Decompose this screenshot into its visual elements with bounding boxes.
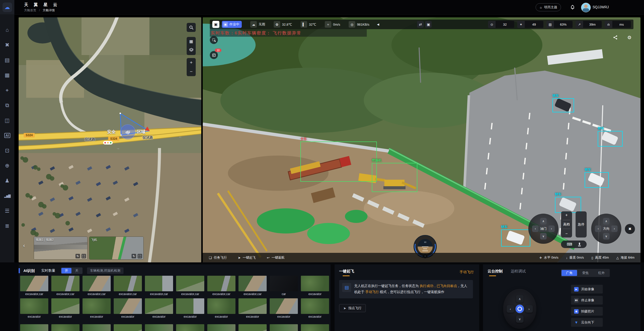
thumbnail-image[interactable] bbox=[114, 298, 142, 314]
toggle-on-label[interactable]: 开 bbox=[61, 268, 71, 273]
detection-thumbnail[interactable]: excavator,car bbox=[206, 276, 237, 296]
thumbnail-image[interactable] bbox=[83, 298, 111, 314]
detection-thumbnail[interactable]: excavator bbox=[237, 298, 268, 319]
waypoint-flight-button[interactable]: ➤ 指点飞行 bbox=[339, 304, 366, 312]
sidebar-item-flight-route[interactable]: ⌖ bbox=[0, 83, 14, 98]
sidebar-item-dock[interactable]: ▤ bbox=[0, 53, 14, 68]
gimbal-right-button[interactable]: › bbox=[525, 305, 533, 313]
sidebar-item-media-files[interactable]: ⊡ bbox=[0, 143, 14, 158]
thumbnail-image[interactable] bbox=[83, 276, 111, 291]
detection-thumbnail[interactable]: excavator,car bbox=[81, 276, 112, 296]
detection-thumbnail[interactable]: excavator bbox=[268, 298, 299, 319]
mission-flight-button[interactable]: ❏任务飞行 bbox=[209, 255, 227, 260]
gimbal-down-button[interactable]: ▼云台向下 bbox=[571, 318, 603, 327]
tab-remote-debug[interactable]: 远程调试 bbox=[511, 269, 526, 274]
thumbnail-image[interactable] bbox=[301, 324, 329, 331]
dock-mode-icon[interactable]: ▣ bbox=[212, 21, 219, 28]
thumbnail-image[interactable] bbox=[20, 324, 48, 331]
inset-refresh-icon[interactable]: ↻ bbox=[132, 254, 136, 258]
detection-thumbnail[interactable]: excavator bbox=[112, 298, 143, 319]
detection-thumbnail[interactable]: excavator,car bbox=[50, 276, 81, 296]
thumbnail-image[interactable] bbox=[301, 298, 329, 314]
detection-thumbnail[interactable] bbox=[112, 324, 143, 331]
one-key-takeoff-button[interactable]: ➤一键起飞 bbox=[238, 255, 256, 260]
inset-refresh-icon[interactable]: ↻ bbox=[75, 254, 80, 258]
detection-thumbnail[interactable]: excavator bbox=[299, 276, 331, 296]
share-icon[interactable] bbox=[612, 34, 618, 40]
thumbnail-image[interactable] bbox=[238, 298, 267, 314]
gimbal-down-button[interactable]: ∨ bbox=[516, 315, 524, 323]
detection-thumbnail[interactable]: excavator,car bbox=[143, 276, 175, 296]
detection-thumbnail[interactable] bbox=[143, 324, 175, 331]
one-key-return-button[interactable]: ↩一键返航 bbox=[267, 255, 285, 260]
sidebar-item-map-tiles[interactable]: ⧉ bbox=[0, 98, 14, 113]
sidebar-item-home[interactable]: ⌂ bbox=[0, 22, 14, 37]
gimbal-up-button[interactable]: ∧ bbox=[516, 295, 524, 303]
sidebar-item-drone[interactable]: ✖ bbox=[0, 37, 14, 53]
realtime-count-toggle[interactable]: 开 关 bbox=[61, 267, 83, 274]
video-inset-2[interactable]: 飞机 ↻ bbox=[89, 237, 143, 259]
work-status-badge[interactable]: ▣ 作业中 bbox=[222, 21, 242, 28]
detection-thumbnail[interactable] bbox=[19, 324, 50, 331]
thumbnail-image[interactable] bbox=[238, 324, 267, 331]
sidebar-item-task-list[interactable]: ☰ bbox=[0, 203, 14, 218]
direction-right-button[interactable]: › bbox=[611, 225, 618, 232]
detection-thumbnail[interactable]: excavator bbox=[299, 298, 331, 319]
status-collapse-icon[interactable]: ◀ bbox=[377, 23, 379, 26]
camera-mode-0[interactable]: 广角 bbox=[561, 270, 577, 276]
theme-toggle-button[interactable]: ☼ 明亮主题 bbox=[536, 3, 561, 11]
keyboard-icon[interactable]: ⌨ bbox=[567, 242, 572, 247]
camera-settings-gear-icon[interactable]: ⚙ bbox=[626, 34, 632, 40]
inset-label[interactable]: 视频1 | 视频2 bbox=[36, 238, 54, 242]
thumbnail-image[interactable] bbox=[20, 276, 48, 291]
sidebar-item-expert-remote[interactable]: ♟ bbox=[0, 173, 14, 188]
virtual-joystick-toggle[interactable]: ✖ bbox=[625, 224, 635, 234]
gear-plus-button[interactable]: + bbox=[565, 213, 568, 217]
map-panel[interactable]: dji 安全 区域 S324 S324 宿沭路 宿沭路 ← → ▦ + − ‹ … bbox=[19, 17, 201, 262]
detection-thumbnail[interactable]: excavator bbox=[81, 298, 112, 319]
picture-in-picture-icon[interactable]: ▣ bbox=[425, 21, 432, 28]
drone-camera-panel[interactable]: ▣ ▣ 作业中 ☁无雨✿32.8℃▍32℃≈0m/s◎981KB/s ◀ ⊙32… bbox=[203, 17, 640, 262]
thumbnail-image[interactable] bbox=[176, 324, 204, 331]
detection-thumbnail[interactable] bbox=[81, 324, 112, 331]
direction-left-button[interactable]: ‹ bbox=[595, 225, 601, 232]
map-grid-icon[interactable]: ▦ bbox=[189, 39, 193, 44]
sidebar-item-media-library[interactable]: ▦ bbox=[0, 68, 14, 83]
zoom-out-button[interactable]: − bbox=[190, 69, 192, 74]
inset-label[interactable]: 飞机 bbox=[91, 238, 97, 242]
video-inset-1[interactable]: 视频1 | 视频2 ↻ bbox=[34, 237, 87, 259]
region-select-button[interactable] bbox=[210, 36, 218, 44]
thumbnail-image[interactable] bbox=[114, 276, 142, 291]
thumbnail-image[interactable] bbox=[51, 276, 79, 291]
throttle-down-button[interactable]: ∨ bbox=[540, 233, 547, 240]
throttle-up-button[interactable]: ∧ bbox=[540, 218, 547, 224]
thumbnail-image[interactable] bbox=[207, 276, 235, 291]
detection-thumbnail[interactable]: excavator bbox=[175, 298, 206, 319]
toggle-off-label[interactable]: 关 bbox=[71, 268, 82, 273]
sidebar-item-drone-station[interactable]: ◫ bbox=[0, 113, 14, 128]
gear-minus-button[interactable]: − bbox=[565, 232, 568, 236]
emergency-stop-button[interactable]: 急停 bbox=[576, 211, 587, 238]
thumbnail-image[interactable] bbox=[207, 298, 235, 314]
map-search-button[interactable] bbox=[187, 23, 196, 32]
thumbnail-image[interactable] bbox=[176, 276, 204, 291]
thumbnail-image[interactable] bbox=[301, 276, 329, 291]
inset-fullscreen-icon[interactable] bbox=[138, 254, 142, 258]
sidebar-item-statistics[interactable]: ▂▅▇ bbox=[0, 188, 14, 203]
detection-thumbnail[interactable]: excavator bbox=[50, 298, 81, 319]
throttle-right-button[interactable]: › bbox=[548, 225, 555, 232]
detection-thumbnail[interactable]: excavator,car bbox=[175, 276, 206, 296]
gimbal-left-button[interactable]: ‹ bbox=[507, 305, 514, 313]
joystick-icon[interactable] bbox=[578, 243, 581, 246]
inset-fullscreen-icon[interactable] bbox=[82, 254, 86, 258]
detection-thumbnail[interactable] bbox=[237, 324, 268, 331]
direction-down-button[interactable]: ∨ bbox=[603, 233, 610, 240]
thumbnail-image[interactable] bbox=[51, 298, 79, 314]
detection-thumbnail[interactable]: excavator bbox=[206, 298, 237, 319]
detection-thumbnail[interactable]: car bbox=[268, 276, 299, 296]
detection-thumbnail[interactable]: excavator,car bbox=[237, 276, 268, 296]
avatar[interactable] bbox=[581, 3, 591, 12]
thumbnail-image[interactable] bbox=[176, 298, 204, 314]
thumbnail-image[interactable] bbox=[145, 298, 173, 314]
detection-thumbnail[interactable]: excavator,car bbox=[112, 276, 143, 296]
